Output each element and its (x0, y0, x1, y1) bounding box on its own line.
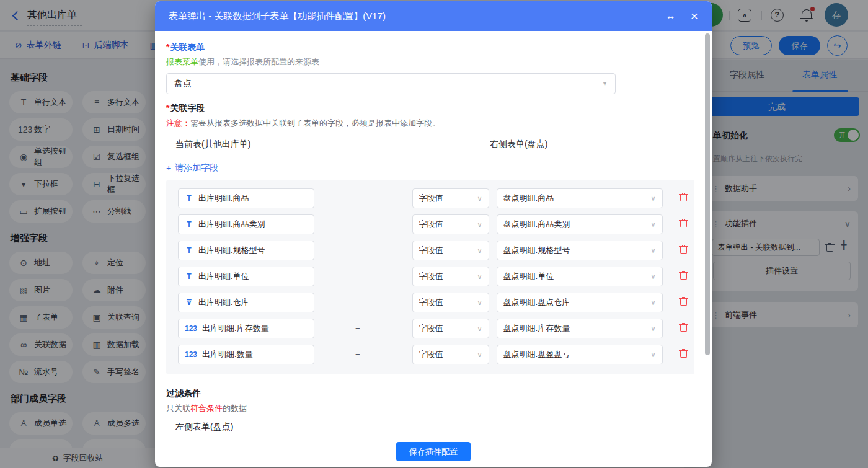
value-type-select[interactable]: 字段值 ∨ (412, 267, 489, 286)
value-type-select[interactable]: 字段值 ∨ (412, 241, 489, 260)
delete-row-icon[interactable] (680, 271, 688, 282)
left-field-value: 出库明细.单位 (198, 271, 249, 282)
right-field-select[interactable]: 盘点明细.商品类别 ∨ (497, 214, 663, 234)
chevron-icon: ∨ (477, 299, 482, 307)
chevron-icon: ∨ (651, 195, 656, 203)
field-type-icon: ⊽ (185, 298, 193, 307)
expand-icon[interactable]: ↔ (666, 11, 676, 22)
field-mapping-row: ⊽ 出库明细.仓库 = 字段值 ∨ 盘点明细.盘点仓库 ∨ (178, 293, 694, 312)
field-mapping-row: T 出库明细.规格型号 = 字段值 ∨ 盘点明细.规格型号 ∨ (178, 241, 694, 260)
modal-body: *关联表单 报表菜单使用，请选择报表所配置的来源表 盘点 ▼ *关联字段 注意：… (155, 31, 712, 436)
value-type-select[interactable]: 字段值 ∨ (412, 188, 489, 208)
equals-sign: = (355, 272, 360, 281)
left-field-input[interactable]: 123 出库明细.库存数量 (178, 319, 314, 338)
right-field-value: 盘点明细.盘点仓库 (503, 297, 570, 308)
right-field-value: 盘点明细.商品类别 (503, 219, 570, 230)
modal-title: 表单弹出 - 关联数据到子表单【功能插件配置】(V17) (169, 11, 666, 22)
right-field-select[interactable]: 盘点明细.库存数量 ∨ (497, 319, 663, 338)
add-field-label: 请添加字段 (175, 162, 218, 174)
value-type-value: 字段值 (419, 219, 443, 230)
save-plugin-config-button[interactable]: 保存插件配置 (396, 442, 471, 461)
plugin-config-modal: 表单弹出 - 关联数据到子表单【功能插件配置】(V17) ↔ × *关联表单 报… (155, 1, 712, 467)
close-icon[interactable]: × (691, 10, 698, 22)
equals-sign: = (355, 246, 360, 255)
left-field-input[interactable]: ⊽ 出库明细.仓库 (178, 293, 314, 312)
value-type-select[interactable]: 字段值 ∨ (412, 319, 489, 338)
right-field-value: 盘点明细.商品 (503, 193, 554, 204)
left-field-input[interactable]: T 出库明细.商品 (178, 188, 314, 208)
value-type-select[interactable]: 字段值 ∨ (412, 293, 489, 312)
field-type-icon: T (185, 246, 193, 255)
field-type-icon: T (185, 220, 193, 229)
right-field-select[interactable]: 盘点明细.盘盈盘亏 ∨ (497, 345, 663, 364)
related-form-hint: 报表菜单使用，请选择报表所配置的来源表 (166, 56, 694, 68)
form-designer-page: 其他出库单 ʌ ? 存 ⊘ 表单外链 ⊡ 后端脚本 ▥ 预览 保存 (0, 0, 868, 468)
chevron-icon: ∨ (651, 247, 656, 255)
right-field-value: 盘点明细.盘盈盘亏 (503, 349, 570, 360)
left-form-label: 左侧表单(盘点) (166, 422, 694, 436)
left-field-input[interactable]: T 出库明细.规格型号 (178, 241, 314, 260)
equals-sign: = (355, 298, 360, 307)
value-type-value: 字段值 (419, 271, 443, 282)
field-mapping-row: 123 出库明细.数量 = 字段值 ∨ 盘点明细.盘盈盘亏 ∨ (178, 345, 694, 364)
field-mapping-row: T 出库明细.商品类别 = 字段值 ∨ 盘点明细.商品类别 ∨ (178, 214, 694, 234)
value-type-select[interactable]: 字段值 ∨ (412, 345, 489, 364)
source-form-value: 盘点 (174, 78, 192, 89)
left-field-value: 出库明细.库存数量 (202, 323, 269, 334)
left-field-input[interactable]: 123 出库明细.数量 (178, 345, 314, 364)
modal-footer: 保存插件配置 (155, 436, 712, 467)
filter-condition-link[interactable]: 符合条件 (190, 404, 223, 413)
delete-row-icon[interactable] (680, 245, 688, 256)
select-arrow-icon: ▼ (602, 81, 608, 87)
delete-row-icon[interactable] (680, 323, 688, 334)
chevron-icon: ∨ (651, 325, 656, 333)
chevron-icon: ∨ (477, 221, 482, 229)
left-field-value: 出库明细.商品 (198, 193, 249, 204)
chevron-icon: ∨ (651, 221, 656, 229)
field-mapping-row: T 出库明细.商品 = 字段值 ∨ 盘点明细.商品 ∨ (178, 188, 694, 208)
field-mapping-row: 123 出库明细.库存数量 = 字段值 ∨ 盘点明细.库存数量 ∨ (178, 319, 694, 338)
left-field-input[interactable]: T 出库明细.单位 (178, 267, 314, 286)
chevron-icon: ∨ (651, 299, 656, 307)
add-field-link[interactable]: + 请添加字段 (166, 162, 218, 174)
value-type-value: 字段值 (419, 297, 443, 308)
field-mapping-list: T 出库明细.商品 = 字段值 ∨ 盘点明细.商品 ∨ T (166, 180, 694, 374)
source-form-select[interactable]: 盘点 ▼ (166, 73, 616, 94)
delete-row-icon[interactable] (680, 193, 688, 204)
value-type-value: 字段值 (419, 193, 443, 204)
hint-green-text: 报表菜单 (166, 57, 198, 66)
filter-condition-desc: 只关联符合条件的数据 (166, 403, 694, 414)
equals-sign: = (355, 324, 360, 333)
modal-header: 表单弹出 - 关联数据到子表单【功能插件配置】(V17) ↔ × (155, 1, 712, 31)
field-mapping-row: T 出库明细.单位 = 字段值 ∨ 盘点明细.单位 ∨ (178, 267, 694, 286)
field-type-icon: 123 (185, 350, 197, 359)
related-form-label: *关联表单 (166, 42, 694, 53)
value-type-select[interactable]: 字段值 ∨ (412, 214, 489, 234)
left-field-value: 出库明细.仓库 (198, 297, 249, 308)
column-left-header: 当前表(其他出库单) (175, 139, 250, 150)
right-field-value: 盘点明细.单位 (503, 271, 554, 282)
value-type-value: 字段值 (419, 323, 443, 334)
delete-row-icon[interactable] (680, 349, 688, 360)
right-field-value: 盘点明细.规格型号 (503, 245, 570, 256)
related-fields-note: 注意：需要从报表多选数据中关联到子表单的字段，必须是报表中添加字段。 (166, 118, 694, 129)
equals-sign: = (355, 194, 360, 203)
modal-scrollbar-thumb[interactable] (705, 33, 710, 355)
chevron-icon: ∨ (651, 351, 656, 359)
delete-row-icon[interactable] (680, 297, 688, 308)
right-field-select[interactable]: 盘点明细.单位 ∨ (497, 267, 663, 286)
filter-condition-label: 过滤条件 (166, 388, 694, 399)
right-field-select[interactable]: 盘点明细.盘点仓库 ∨ (497, 293, 663, 312)
field-type-icon: 123 (185, 324, 197, 333)
related-fields-label: *关联字段 (166, 103, 694, 114)
hint-rest-text: 使用，请选择报表所配置的来源表 (198, 57, 319, 66)
filter-post: 的数据 (223, 404, 247, 413)
chevron-icon: ∨ (477, 247, 482, 255)
divider (166, 154, 694, 154)
delete-row-icon[interactable] (680, 219, 688, 230)
note-warn-prefix: 注意： (166, 118, 190, 128)
right-field-select[interactable]: 盘点明细.规格型号 ∨ (497, 241, 663, 260)
right-field-select[interactable]: 盘点明细.商品 ∨ (497, 188, 663, 208)
left-field-input[interactable]: T 出库明细.商品类别 (178, 214, 314, 234)
note-text: 需要从报表多选数据中关联到子表单的字段，必须是报表中添加字段。 (190, 118, 440, 128)
